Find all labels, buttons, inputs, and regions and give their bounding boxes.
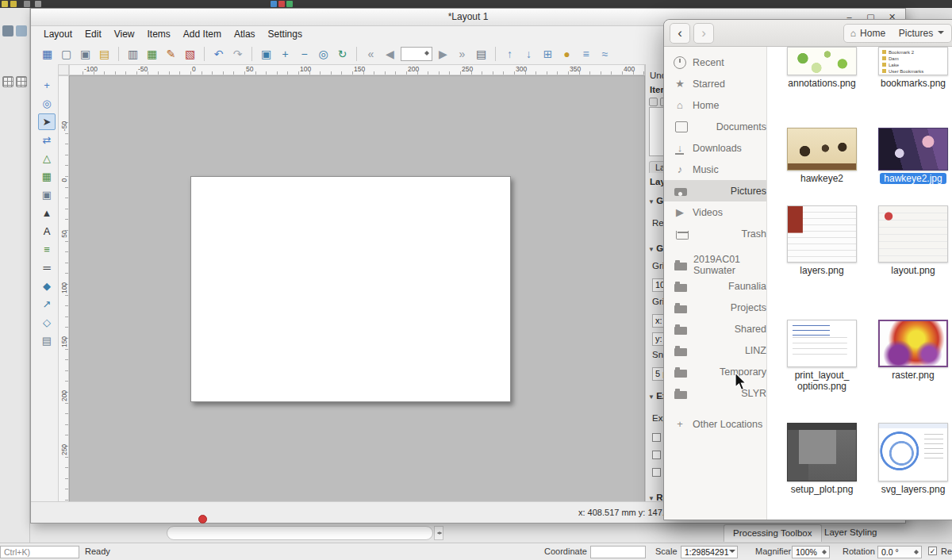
sidebar-item-starred[interactable]: ★Starred	[664, 73, 766, 94]
scale-combo[interactable]: 1:29854291	[681, 546, 738, 558]
add-arrow-tool-icon[interactable]: ↗	[38, 296, 56, 313]
layout-manager-icon[interactable]: ▤	[96, 45, 113, 62]
add-label-tool-icon[interactable]: A	[38, 223, 56, 240]
dock-tab-layer-styling[interactable]: Layer Styling	[816, 524, 885, 542]
bottom-panel-spinner[interactable]	[434, 526, 443, 540]
add-node-item-tool-icon[interactable]: ◇	[38, 314, 56, 331]
file-item[interactable]: svg_layers.png	[869, 423, 952, 509]
rotation-spinbox[interactable]: 0.0 °	[877, 546, 922, 558]
checkbox-icon[interactable]	[652, 468, 661, 477]
spin-arrows-icon[interactable]	[912, 547, 920, 557]
dock-tab-processing-toolbox[interactable]: Processing Toolbox	[724, 524, 822, 542]
sidebar-item-2019ac01-sunwater[interactable]: 2019AC01 Sunwater	[664, 254, 766, 275]
add-map-tool-icon[interactable]: ▦	[38, 168, 56, 185]
new-layout-icon[interactable]: ▢	[58, 45, 75, 62]
menu-items[interactable]: Items	[141, 27, 177, 42]
menu-add-item[interactable]: Add Item	[177, 27, 228, 42]
undo-icon[interactable]: ↶	[210, 45, 227, 62]
sidebar-item-recent[interactable]: Recent	[664, 52, 766, 73]
checkbox-icon[interactable]	[652, 451, 661, 459]
lower-items-icon[interactable]: ↓	[520, 45, 537, 62]
menu-settings[interactable]: Settings	[262, 27, 309, 42]
add-scale-bar-tool-icon[interactable]: ═	[38, 259, 56, 276]
sidebar-item-shared[interactable]: Shared	[664, 318, 766, 339]
zoom-out-icon[interactable]: −	[296, 45, 313, 62]
add-legend-tool-icon[interactable]: ≡	[38, 241, 56, 258]
zoom-tool-icon[interactable]: ◎	[38, 95, 56, 112]
add-north-arrow-tool-icon[interactable]: ▲	[38, 205, 56, 221]
align-items-icon[interactable]: ≡	[578, 45, 594, 62]
path-home-button[interactable]: Home	[843, 24, 892, 43]
locator-search-input[interactable]: Ctrl+K)	[0, 546, 79, 558]
file-item[interactable]: setup_plot.png	[778, 423, 866, 509]
menu-layout[interactable]: Layout	[37, 27, 79, 42]
sidebar-item-projects[interactable]: Projects	[664, 297, 766, 318]
forward-button[interactable]	[693, 23, 714, 44]
render-checkbox[interactable]: ✓	[928, 547, 937, 555]
back-button[interactable]	[670, 23, 690, 44]
qgis-grid-tool-icon[interactable]	[2, 76, 13, 87]
sidebar-item-downloads[interactable]: ↓Downloads	[664, 137, 766, 159]
sidebar-item-faunalia[interactable]: Faunalia	[664, 275, 766, 297]
atlas-page-input[interactable]	[401, 47, 432, 61]
select-move-item-tool-icon[interactable]: ➤	[38, 113, 56, 130]
add-table-tool-icon[interactable]: ▤	[38, 332, 56, 349]
add-picture-tool-icon[interactable]: ▣	[38, 186, 56, 203]
distribute-items-icon[interactable]: ≈	[597, 45, 613, 62]
qgis-grid-tool-icon[interactable]	[16, 76, 27, 87]
raise-items-icon[interactable]: ↑	[501, 45, 518, 62]
file-item[interactable]: print_layout_ options.png	[778, 320, 866, 395]
coordinate-input[interactable]	[590, 546, 646, 558]
print-icon[interactable]: ▥	[125, 45, 141, 62]
zoom-full-icon[interactable]: ▣	[258, 45, 274, 62]
group-items-icon[interactable]: ⊞	[539, 45, 556, 62]
sidebar-item-temporary[interactable]: Temporary	[664, 361, 766, 382]
duplicate-layout-icon[interactable]: ▣	[77, 45, 94, 62]
file-item[interactable]: layout.png	[869, 205, 952, 290]
path-location-button[interactable]: Pictures	[892, 24, 952, 43]
file-item[interactable]: Bookmark 2DamLakeUser Bookmarksbookmarks…	[869, 47, 952, 103]
menu-edit[interactable]: Edit	[79, 27, 108, 42]
edit-nodes-item-tool-icon[interactable]: △	[38, 150, 56, 167]
sidebar-item-videos[interactable]: ▶Videos	[664, 201, 766, 223]
qgis-tool-icon[interactable]	[2, 25, 13, 36]
sidebar-item-home[interactable]: ⌂Home	[664, 94, 766, 116]
atlas-last-icon[interactable]: »	[454, 45, 470, 62]
spin-arrows-icon[interactable]	[820, 547, 828, 557]
file-item[interactable]: hawkeye2	[778, 128, 866, 198]
sidebar-item-linz[interactable]: LINZ	[664, 339, 766, 361]
zoom-actual-icon[interactable]: ◎	[315, 45, 332, 62]
atlas-settings-icon[interactable]: ▤	[473, 45, 489, 62]
sidebar-item-music[interactable]: ♪Music	[664, 159, 766, 180]
move-item-content-tool-icon[interactable]: ⇄	[38, 132, 56, 148]
sidebar-item-slyr[interactable]: SLYR	[664, 382, 766, 404]
zoom-in-icon[interactable]: +	[277, 45, 294, 62]
file-manager-headerbar[interactable]: Home Pictures	[664, 20, 952, 47]
atlas-prev-icon[interactable]: ◀	[382, 45, 398, 62]
sidebar-item-pictures[interactable]: Pictures	[664, 180, 766, 201]
redo-icon[interactable]: ↷	[229, 45, 246, 62]
file-item[interactable]: layers.png	[778, 205, 866, 290]
lock-items-icon[interactable]: ●	[559, 45, 575, 62]
atlas-next-icon[interactable]: ▶	[435, 45, 451, 62]
export-image-icon[interactable]: ▦	[144, 45, 160, 62]
layout-canvas[interactable]	[69, 75, 645, 502]
sidebar-item-other-locations[interactable]: +Other Locations	[664, 413, 766, 435]
file-item[interactable]: raster.png	[869, 320, 952, 395]
layout-page[interactable]	[190, 176, 511, 402]
qgis-tool-icon[interactable]	[16, 25, 27, 36]
add-shape-tool-icon[interactable]: ◆	[38, 278, 56, 294]
refresh-view-icon[interactable]: ↻	[334, 45, 351, 62]
export-svg-icon[interactable]: ✎	[163, 45, 179, 62]
magnifier-spinbox[interactable]: 100%	[792, 546, 830, 558]
save-project-icon[interactable]: ▦	[39, 45, 56, 62]
sidebar-item-trash[interactable]: Trash	[664, 223, 766, 244]
file-item[interactable]: hawkeye2.jpg	[869, 128, 952, 198]
spin-arrows-icon[interactable]	[423, 48, 431, 58]
checkbox-icon[interactable]	[652, 433, 661, 442]
sidebar-item-documents[interactable]: Documents	[664, 116, 766, 137]
pan-tool-icon[interactable]: +	[38, 77, 56, 94]
file-item[interactable]: annotations.png	[778, 47, 866, 103]
bottom-panel-field[interactable]	[167, 526, 433, 540]
atlas-first-icon[interactable]: «	[363, 45, 379, 62]
